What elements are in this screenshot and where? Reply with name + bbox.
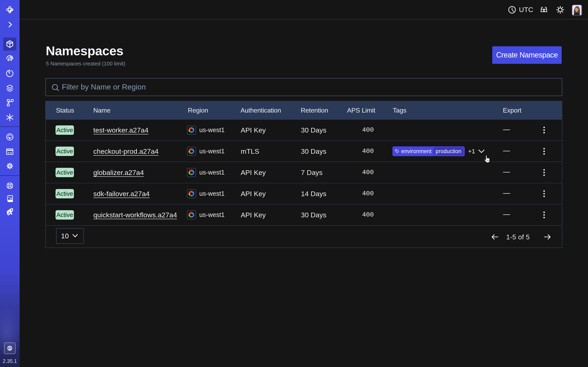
svg-text:$: $ xyxy=(9,346,11,350)
